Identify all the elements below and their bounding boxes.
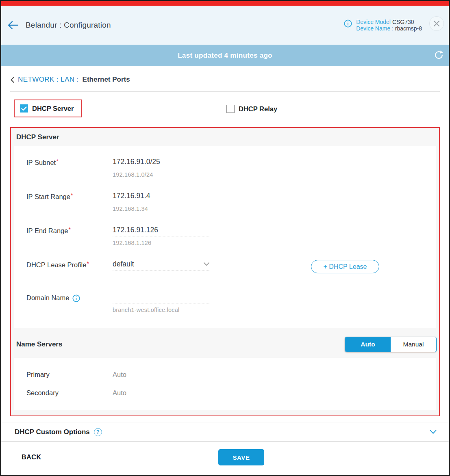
name-servers-title: Name Servers [16, 340, 62, 348]
last-updated-text: Last updated 4 minutes ago [178, 52, 272, 60]
device-info: Device Model CSG730 Device Name : rbacms… [344, 19, 444, 32]
domain-name-row: Domain Name branch1-west.office.local [26, 293, 424, 319]
dhcp-relay-checkbox-label: DHCP Relay [239, 105, 277, 113]
dhcp-server-checkbox-label: DHCP Server [32, 105, 74, 113]
dhcp-relay-checkbox-group[interactable]: DHCP Relay [226, 105, 277, 113]
ip-end-range-input[interactable]: 172.16.91.126 [113, 226, 209, 236]
chevron-down-icon[interactable] [430, 430, 437, 434]
secondary-dns-row: Secondary Auto [26, 389, 424, 397]
dhcp-custom-options-title: DHCP Custom Options ? [15, 428, 102, 436]
name-servers-toggle: Auto Manual [345, 337, 437, 352]
ip-end-range-row: IP End Range* 172.16.91.126 192.168.1.12… [26, 226, 424, 252]
device-details: Device Model CSG730 Device Name : rbacms… [356, 19, 422, 32]
primary-dns-label: Primary [26, 371, 113, 379]
annotation-top-bar [1, 1, 449, 6]
name-servers-panel: Primary Auto Secondary Auto [14, 358, 436, 410]
dhcp-server-checkbox[interactable] [20, 104, 28, 113]
dhcp-lease-profile-label: DHCP Lease Profile* [26, 260, 113, 273]
ip-subnet-input-wrap: 172.16.91.0/25 192.168.1.0/24 [113, 158, 209, 184]
dhcp-server-checkbox-group[interactable]: DHCP Server [14, 100, 82, 117]
ip-start-range-row: IP Start Range* 172.16.91.4 192.168.1.34 [26, 192, 424, 218]
domain-name-info-icon[interactable] [72, 294, 80, 304]
domain-name-input-wrap: branch1-west.office.local [113, 293, 209, 319]
ip-end-range-input-wrap: 172.16.91.126 192.168.1.126 [113, 226, 209, 252]
divider [10, 91, 440, 92]
refresh-icon[interactable] [434, 50, 444, 61]
domain-name-hint: branch1-west.office.local [113, 307, 209, 313]
mode-select-row: DHCP Server DHCP Relay [10, 100, 440, 118]
breadcrumb-back-icon[interactable] [10, 76, 15, 83]
primary-dns-row: Primary Auto [26, 371, 424, 379]
ip-start-range-input[interactable]: 172.16.91.4 [113, 192, 209, 202]
toggle-auto[interactable]: Auto [345, 337, 391, 352]
app-header: Belandur : Configuration Device Model CS… [1, 6, 449, 45]
ip-end-range-hint: 192.168.1.126 [113, 240, 209, 246]
info-icon [344, 19, 352, 29]
ip-start-range-input-wrap: 172.16.91.4 192.168.1.34 [113, 192, 209, 218]
primary-dns-value: Auto [113, 371, 126, 379]
dhcp-server-section: DHCP Server IP Subnet* 172.16.91.0/25 19… [10, 127, 440, 416]
ip-subnet-row: IP Subnet* 172.16.91.0/25 192.168.1.0/24 [26, 158, 424, 184]
back-arrow-icon[interactable] [7, 19, 21, 31]
dhcp-server-section-title: DHCP Server [11, 128, 439, 146]
dhcp-server-fields-panel: IP Subnet* 172.16.91.0/25 192.168.1.0/24… [14, 146, 436, 328]
footer: BACK SAVE [1, 442, 449, 473]
dhcp-lease-profile-select-wrap: default [113, 260, 209, 273]
device-model-label: Device Model [356, 19, 391, 25]
chevron-down-icon [204, 262, 209, 266]
dhcp-lease-profile-value: default [113, 260, 134, 268]
device-name-value: rbacmsp-8 [395, 25, 422, 32]
ip-subnet-hint: 192.168.1.0/24 [113, 171, 209, 178]
close-icon[interactable] [429, 16, 444, 31]
device-name-label: Device Name : [356, 25, 393, 32]
device-model-value: CSG730 [392, 19, 414, 25]
status-bar: Last updated 4 minutes ago [1, 45, 449, 66]
ip-start-range-label: IP Start Range* [26, 192, 113, 218]
breadcrumb: NETWORK : LAN : Ethernet Ports [10, 74, 440, 85]
ip-start-range-hint: 192.168.1.34 [113, 206, 209, 212]
dhcp-relay-checkbox[interactable] [226, 105, 235, 113]
dhcp-custom-options-accordion[interactable]: DHCP Custom Options ? [1, 422, 449, 442]
breadcrumb-current: Ethernet Ports [83, 76, 130, 84]
save-button[interactable]: SAVE [218, 449, 264, 465]
ip-subnet-input[interactable]: 172.16.91.0/25 [113, 158, 209, 168]
name-servers-header: Name Servers Auto Manual [11, 328, 439, 358]
breadcrumb-path-link[interactable]: NETWORK : LAN : [18, 76, 79, 84]
add-dhcp-lease-button[interactable]: + DHCP Lease [311, 260, 379, 273]
domain-name-input[interactable] [113, 293, 209, 303]
back-button[interactable]: BACK [22, 454, 41, 461]
domain-name-label: Domain Name [26, 293, 113, 319]
ip-end-range-label: IP End Range* [26, 226, 113, 252]
toggle-manual[interactable]: Manual [391, 337, 436, 352]
dhcp-lease-profile-select[interactable]: default [113, 260, 209, 270]
secondary-dns-label: Secondary [26, 389, 113, 397]
help-icon[interactable]: ? [94, 428, 102, 436]
page-title: Belandur : Configuration [26, 21, 111, 30]
secondary-dns-value: Auto [113, 389, 126, 397]
dhcp-lease-profile-row: DHCP Lease Profile* default + DHCP Lease [26, 260, 424, 273]
ip-subnet-label: IP Subnet* [26, 158, 113, 184]
